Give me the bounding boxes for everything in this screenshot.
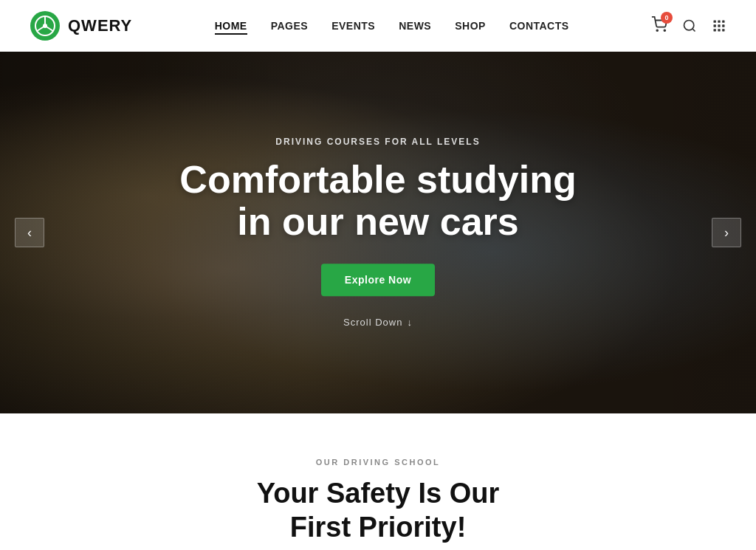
svg-rect-15 bbox=[722, 24, 724, 27]
grid-menu-button[interactable] bbox=[712, 18, 726, 33]
svg-point-5 bbox=[43, 24, 47, 28]
svg-rect-10 bbox=[714, 21, 716, 23]
hero-scroll-indicator[interactable]: Scroll Down ↓ bbox=[157, 317, 599, 329]
search-icon bbox=[682, 18, 697, 33]
main-nav: HOME PAGES EVENTS NEWS SHOP CONTACTS bbox=[215, 20, 569, 32]
logo[interactable]: QWERY bbox=[30, 10, 132, 41]
hero-prev-button[interactable]: ‹ bbox=[15, 218, 44, 247]
svg-rect-12 bbox=[722, 21, 724, 23]
hero-section: ‹ DRIVING COURSES FOR ALL LEVELS Comfort… bbox=[0, 52, 756, 413]
svg-line-9 bbox=[693, 29, 695, 32]
nav-news[interactable]: NEWS bbox=[399, 20, 431, 32]
scroll-down-arrow: ↓ bbox=[407, 317, 413, 329]
nav-contacts[interactable]: CONTACTS bbox=[509, 20, 569, 32]
hero-content: DRIVING COURSES FOR ALL LEVELS Comfortab… bbox=[157, 137, 599, 328]
grid-icon bbox=[712, 18, 726, 33]
svg-rect-16 bbox=[714, 29, 716, 31]
nav-home[interactable]: HOME bbox=[215, 20, 247, 32]
nav-pages[interactable]: PAGES bbox=[271, 20, 308, 32]
nav-events[interactable]: EVENTS bbox=[331, 20, 375, 32]
svg-rect-11 bbox=[718, 21, 720, 23]
svg-rect-13 bbox=[714, 24, 716, 27]
svg-rect-17 bbox=[718, 29, 720, 31]
section-label: OUR DRIVING SCHOOL bbox=[30, 458, 726, 467]
cart-badge: 0 bbox=[661, 12, 673, 24]
svg-rect-18 bbox=[722, 29, 724, 31]
logo-icon bbox=[30, 10, 61, 41]
svg-point-7 bbox=[664, 30, 665, 31]
logo-text: QWERY bbox=[68, 16, 132, 35]
nav-shop[interactable]: SHOP bbox=[455, 20, 486, 32]
section-title: Your Safety Is Our First Priority! bbox=[30, 477, 726, 544]
header-actions: 0 bbox=[651, 16, 726, 35]
svg-rect-14 bbox=[718, 24, 720, 27]
site-header: QWERY HOME PAGES EVENTS NEWS SHOP CONTAC… bbox=[0, 0, 756, 52]
hero-next-button[interactable]: › bbox=[712, 218, 741, 247]
cart-button[interactable]: 0 bbox=[651, 16, 667, 35]
search-button[interactable] bbox=[682, 18, 697, 33]
hero-subtitle: DRIVING COURSES FOR ALL LEVELS bbox=[157, 137, 599, 147]
hero-cta-button[interactable]: Explore Now bbox=[321, 264, 435, 297]
svg-point-6 bbox=[656, 30, 658, 31]
hero-title: Comfortable studying in our new cars bbox=[157, 159, 599, 243]
svg-point-8 bbox=[684, 21, 694, 30]
driving-school-section: OUR DRIVING SCHOOL Your Safety Is Our Fi… bbox=[0, 413, 756, 550]
